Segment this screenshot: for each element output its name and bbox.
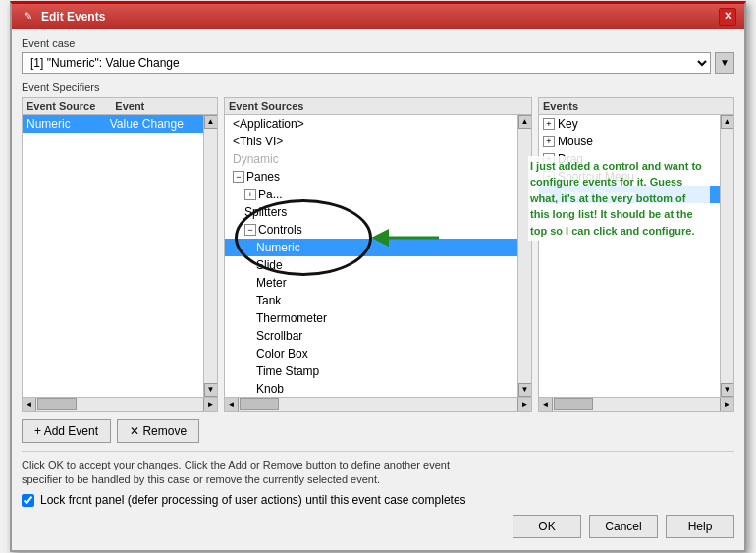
right-header-label: Events xyxy=(543,100,578,112)
left-source-value: Numeric xyxy=(27,117,71,131)
tree-controls[interactable]: − Controls xyxy=(225,221,531,239)
left-hscroll-right[interactable]: ► xyxy=(203,397,217,411)
tree-application[interactable]: <Application> xyxy=(225,115,531,133)
tree-colorbox-label: Color Box xyxy=(256,347,308,360)
info-line2: specifier to be handled by this case or … xyxy=(22,472,734,487)
events-drag-label: Drag xyxy=(558,152,583,166)
left-panel-list: Numeric Value Change ▲ ▼ xyxy=(22,114,218,398)
tree-slide-label: Slide xyxy=(256,258,283,272)
center-panel-scrollbar[interactable]: ▲ ▼ xyxy=(517,115,531,397)
center-hscroll-right[interactable]: ► xyxy=(517,397,531,411)
lock-panel-checkbox[interactable] xyxy=(22,494,34,507)
events-mouse-label: Mouse xyxy=(558,135,593,148)
tree-timestamp-label: Time Stamp xyxy=(256,364,319,378)
events-key[interactable]: + Key xyxy=(539,115,733,133)
tree-pa[interactable]: + Pa... xyxy=(225,186,531,203)
tree-dynamic[interactable]: Dynamic xyxy=(225,150,531,168)
center-header-label: Event Sources xyxy=(229,100,303,112)
right-hscroll-right[interactable]: ► xyxy=(720,397,733,411)
tree-application-label: <Application> xyxy=(233,117,304,131)
center-scrollbar-down[interactable]: ▼ xyxy=(518,383,532,397)
add-event-button[interactable]: + Add Event xyxy=(22,419,111,443)
tree-thermometer-label: Thermometer xyxy=(256,311,327,325)
events-shortcut-label: Shortcut Menu xyxy=(558,170,634,184)
events-mouse[interactable]: + Mouse xyxy=(539,133,733,150)
close-button[interactable]: ✕ xyxy=(719,8,736,26)
right-panel-header: Events xyxy=(538,97,734,114)
center-hscroll-left[interactable]: ◄ xyxy=(225,397,239,411)
events-shortcut[interactable]: + Shortcut Menu xyxy=(539,168,733,186)
event-specifiers-label: Event Specifiers xyxy=(22,82,734,93)
mouse-expander[interactable]: + xyxy=(543,136,555,147)
tree-thisvi[interactable]: <This VI> xyxy=(225,133,531,150)
left-hscroll-thumb[interactable] xyxy=(37,398,77,410)
cancel-button[interactable]: Cancel xyxy=(589,515,658,538)
left-header-source: Event Source xyxy=(27,100,95,112)
tree-tank[interactable]: Tank xyxy=(225,292,531,309)
event-case-row: [1] "Numeric": Value Change ▼ xyxy=(22,52,734,74)
right-scrollbar-up[interactable]: ▲ xyxy=(721,115,734,129)
tree-splitters[interactable]: Splitters xyxy=(225,203,531,221)
help-button[interactable]: Help xyxy=(666,515,734,538)
shortcut-expander[interactable]: + xyxy=(543,171,555,183)
panes-expander[interactable]: − xyxy=(233,171,244,183)
key-expander[interactable]: + xyxy=(543,118,555,130)
tree-numeric[interactable]: Numeric xyxy=(225,239,531,256)
right-panel-scrollbar[interactable]: ▲ ▼ xyxy=(720,115,733,397)
tree-numeric-label: Numeric xyxy=(256,241,300,254)
right-scrollbar-down[interactable]: ▼ xyxy=(721,383,734,397)
drag-expander[interactable]: + xyxy=(543,153,555,165)
center-hscroll-track xyxy=(239,397,517,411)
left-panel-scrollbar[interactable]: ▲ ▼ xyxy=(203,115,217,397)
value-change-arrow-icon: ⇒ xyxy=(543,189,559,199)
left-scrollbar-track xyxy=(204,129,218,383)
event-case-dropdown[interactable]: [1] "Numeric": Value Change xyxy=(22,52,711,74)
right-panel: Events + Key + Mouse + Drag xyxy=(538,97,734,412)
right-hscroll-track xyxy=(553,397,720,411)
left-header-event: Event xyxy=(115,100,144,112)
pa-expander[interactable]: + xyxy=(244,189,256,200)
right-panel-list: + Key + Mouse + Drag + Shortcut Menu xyxy=(538,114,734,398)
tree-pa-label: Pa... xyxy=(258,188,283,201)
title-bar: ✎ Edit Events ✕ xyxy=(12,4,744,29)
remove-button[interactable]: ✕ Remove xyxy=(117,419,199,443)
center-hscrollbar[interactable]: ◄ ► xyxy=(224,398,532,412)
tree-thermometer[interactable]: Thermometer xyxy=(225,309,531,327)
action-buttons-row: + Add Event ✕ Remove xyxy=(22,419,734,443)
event-case-arrow[interactable]: ▼ xyxy=(715,52,734,74)
center-panel: Event Sources <Application> <This VI> Dy… xyxy=(224,97,532,412)
dialog-title: Edit Events xyxy=(41,10,105,24)
main-panels: Event Source Event Numeric Value Change … xyxy=(22,97,734,412)
events-drag[interactable]: + Drag xyxy=(539,150,733,168)
ok-button[interactable]: OK xyxy=(513,515,581,538)
tree-knob-label: Knob xyxy=(256,382,284,396)
left-hscroll-left[interactable]: ◄ xyxy=(23,397,36,411)
tree-slide[interactable]: Slide xyxy=(225,256,531,274)
left-hscrollbar[interactable]: ◄ ► xyxy=(22,398,218,412)
left-scrollbar-up[interactable]: ▲ xyxy=(204,115,218,129)
controls-expander[interactable]: − xyxy=(244,224,256,236)
checkbox-label: Lock front panel (defer processing of us… xyxy=(40,493,466,507)
tree-colorbox[interactable]: Color Box xyxy=(225,345,531,362)
tree-scrollbar[interactable]: Scrollbar xyxy=(225,327,531,345)
tree-dynamic-label: Dynamic xyxy=(233,152,279,166)
tree-meter[interactable]: Meter xyxy=(225,274,531,292)
tree-timestamp[interactable]: Time Stamp xyxy=(225,362,531,380)
title-bar-left: ✎ Edit Events xyxy=(20,9,105,25)
left-scrollbar-down[interactable]: ▼ xyxy=(204,383,218,397)
events-valuechange[interactable]: ⇒ Value Change xyxy=(539,186,733,203)
right-hscrollbar[interactable]: ◄ ► xyxy=(538,398,734,412)
left-panel-row[interactable]: Numeric Value Change xyxy=(23,115,217,133)
tree-splitters-label: Splitters xyxy=(244,205,287,219)
event-case-label: Event case xyxy=(22,37,734,49)
info-line1: Click OK to accept your changes. Click t… xyxy=(22,458,734,472)
right-hscroll-thumb[interactable] xyxy=(554,398,593,410)
center-panel-list: <Application> <This VI> Dynamic − Panes xyxy=(224,114,532,398)
center-scrollbar-up[interactable]: ▲ xyxy=(518,115,532,129)
tree-knob[interactable]: Knob xyxy=(225,380,531,398)
tree-thisvi-label: <This VI> xyxy=(233,135,283,148)
tree-controls-label: Controls xyxy=(258,223,302,237)
center-hscroll-thumb[interactable] xyxy=(240,398,279,410)
tree-panes[interactable]: − Panes xyxy=(225,168,531,186)
right-hscroll-left[interactable]: ◄ xyxy=(539,397,553,411)
